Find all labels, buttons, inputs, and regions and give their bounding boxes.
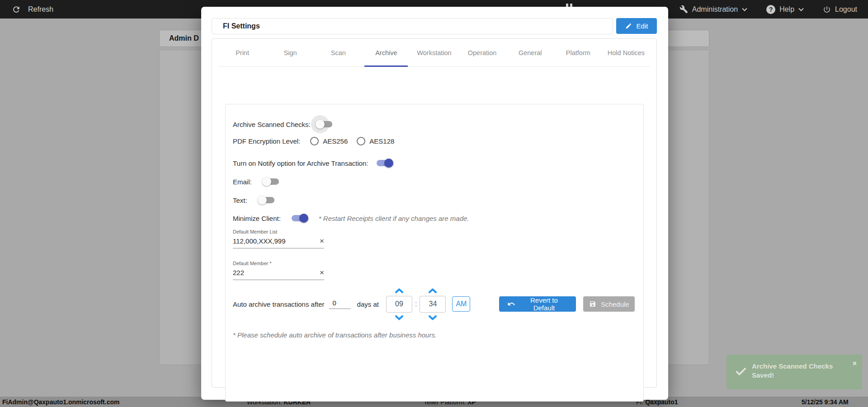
tab-operation[interactable]: Operation <box>458 39 506 66</box>
default-member-list-input[interactable]: 112,000,XXX,999 <box>233 237 285 245</box>
tab-sign[interactable]: Sign <box>266 39 314 66</box>
tab-general[interactable]: General <box>506 39 554 66</box>
refresh-label: Refresh <box>28 5 53 14</box>
refresh-button[interactable]: Refresh <box>12 0 53 19</box>
notify-label: Turn on Notify option for Archive Transa… <box>233 159 368 167</box>
default-member-list-label: Default Member List <box>233 229 324 234</box>
administration-menu[interactable]: Administration <box>679 5 747 14</box>
tab-archive[interactable]: Archive <box>362 39 410 66</box>
administration-label: Administration <box>692 5 738 14</box>
clear-icon[interactable]: × <box>320 237 324 245</box>
dialog-title: FI Settings <box>212 18 613 34</box>
meridiem-toggle-button[interactable]: AM <box>452 296 470 312</box>
hour-input[interactable]: 09 <box>386 296 412 313</box>
minimize-client-note: * Restart Receipts client if any changes… <box>319 215 469 222</box>
logout-button[interactable]: Logout <box>823 5 857 14</box>
notify-toggle[interactable] <box>377 159 392 168</box>
tab-platform[interactable]: Platform <box>554 39 602 66</box>
help-menu[interactable]: ? Help <box>766 5 804 14</box>
power-icon <box>823 5 831 14</box>
default-member-list-field: Default Member List 112,000,XXX,999 × <box>233 229 324 248</box>
wrench-icon <box>679 5 688 14</box>
hour-up-icon[interactable] <box>395 288 404 293</box>
minute-up-icon[interactable] <box>428 288 437 293</box>
check-icon <box>735 365 747 380</box>
app-page: Refresh Administration ? Help <box>0 0 868 407</box>
archive-tab-content: Archive Scanned Checks: PDF Encryption L… <box>225 104 644 402</box>
help-icon: ? <box>766 5 775 14</box>
archive-scanned-checks-toggle[interactable] <box>317 120 332 129</box>
archive-scanned-checks-label: Archive Scanned Checks: <box>233 121 311 128</box>
hour-down-icon[interactable] <box>395 315 404 320</box>
status-user: FiAdmin@Qaxpauto1.onmicrosoft.com <box>2 398 119 406</box>
undo-icon <box>507 300 515 308</box>
radio-aes256[interactable] <box>310 137 319 145</box>
status-datetime: 5/12/25 9:34 AM <box>802 398 849 406</box>
schedule-button[interactable]: Schedule <box>583 296 635 312</box>
radio-aes128[interactable] <box>357 137 365 145</box>
default-member-label: Default Member * <box>233 261 324 266</box>
close-icon[interactable]: × <box>853 360 857 367</box>
toast-message: Archive Scanned Checks Saved! <box>752 362 845 380</box>
time-separator: : <box>415 300 417 308</box>
tab-print[interactable]: Print <box>218 39 266 66</box>
clear-icon[interactable]: × <box>320 269 324 276</box>
radio-aes128-label: AES128 <box>369 137 394 145</box>
pdf-encryption-label: PDF Encryption Level: <box>233 137 300 145</box>
minute-down-icon[interactable] <box>428 315 437 320</box>
days-input[interactable]: 0 <box>329 299 351 309</box>
save-icon <box>589 300 596 308</box>
radio-aes256-label: AES256 <box>323 137 348 145</box>
tab-scan[interactable]: Scan <box>314 39 362 66</box>
pencil-icon <box>625 23 632 29</box>
text-toggle[interactable] <box>259 196 274 205</box>
minimize-client-label: Minimize Client: <box>233 215 281 222</box>
email-label: Email: <box>233 178 252 186</box>
revert-to-default-button[interactable]: Revert to Default <box>499 296 576 312</box>
minute-input[interactable]: 34 <box>420 296 446 313</box>
auto-archive-prefix-label: Auto archive transactions after <box>233 300 325 308</box>
tab-bar: Print Sign Scan Archive Workstation Oper… <box>218 39 650 67</box>
minimize-client-toggle[interactable] <box>292 214 307 223</box>
text-label: Text: <box>233 196 247 204</box>
days-at-label: days at <box>357 300 379 308</box>
default-member-field: Default Member * 222 × <box>233 261 324 280</box>
auto-archive-row: Auto archive transactions after 0 days a… <box>233 285 635 323</box>
schedule-note: * Please schedule auto archive of transa… <box>233 331 437 339</box>
edit-button[interactable]: Edit <box>616 18 657 34</box>
tab-workstation[interactable]: Workstation <box>410 39 458 66</box>
help-label: Help <box>779 5 794 14</box>
tab-hold-notices[interactable]: Hold Notices <box>602 39 650 66</box>
settings-panel: Print Sign Scan Archive Workstation Oper… <box>212 38 657 388</box>
email-toggle[interactable] <box>264 177 279 186</box>
refresh-icon <box>12 5 21 14</box>
logout-label: Logout <box>835 5 857 14</box>
fi-settings-dialog: FI Settings Edit Print Sign Scan Archive… <box>201 7 668 400</box>
toast-notification: Archive Scanned Checks Saved! × <box>726 355 862 389</box>
chevron-down-icon <box>742 8 747 11</box>
default-member-input[interactable]: 222 <box>233 269 244 276</box>
chevron-down-icon <box>798 8 804 11</box>
